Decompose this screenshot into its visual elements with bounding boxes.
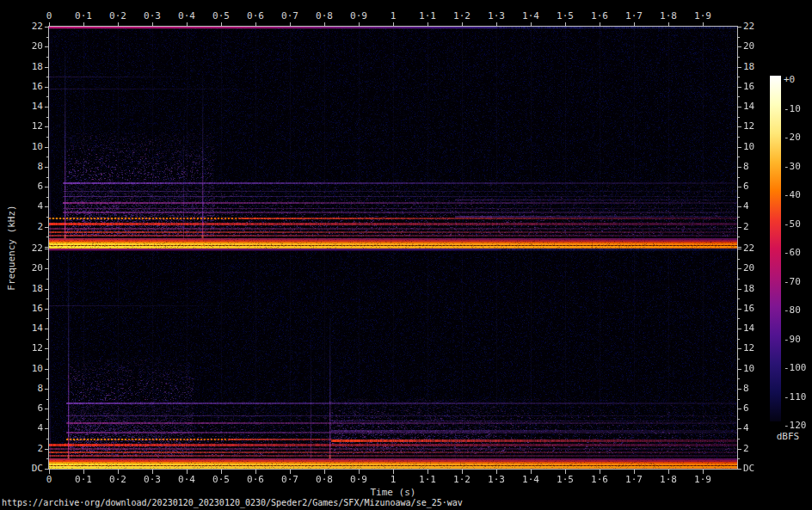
x-axis-tick-label-top: 0·7 — [273, 10, 307, 22]
y-axis-minor-tick-left — [46, 96, 49, 97]
x-axis-tick-label-top: 1·3 — [479, 10, 514, 22]
y-axis-tick-label-left: 10 — [16, 141, 43, 152]
x-axis-tick-top — [221, 22, 222, 27]
x-axis-tick-top — [290, 22, 291, 27]
y-axis-tick-left — [45, 87, 49, 88]
y-axis-tick-label-right: 18 — [743, 61, 772, 72]
y-axis-tick-label-right: 8 — [743, 383, 772, 394]
y-axis-tick-left — [45, 389, 49, 390]
y-axis-minor-tick-left — [46, 399, 49, 400]
y-axis-minor-tick-left — [46, 259, 49, 260]
y-axis-minor-tick-right — [737, 237, 740, 237]
spectrogram-channel-1 — [49, 27, 737, 249]
y-axis-tick-right — [737, 268, 741, 269]
x-axis-tick-label-bottom: 1·6 — [582, 474, 617, 485]
x-axis-tick-label-top: 0·6 — [238, 10, 273, 22]
y-axis-tick-label-left: 16 — [16, 81, 43, 92]
y-axis-tick-label-right: 22 — [743, 21, 772, 32]
y-axis-tick-left — [45, 206, 49, 207]
y-axis-tick-label-right: 18 — [743, 283, 772, 294]
y-axis-minor-tick-right — [737, 419, 740, 420]
y-axis-tick-right — [737, 126, 741, 127]
x-axis-tick-label-top: 0·1 — [66, 10, 101, 22]
colorbar-tick-label: +0 — [784, 74, 812, 85]
y-axis-tick-label-left: 16 — [16, 303, 43, 314]
y-axis-tick-right — [737, 46, 741, 47]
x-axis-tick-label-bottom: 1·2 — [445, 474, 479, 485]
y-axis-tick-left — [45, 187, 49, 187]
y-axis-minor-tick-left — [46, 279, 49, 280]
x-axis-tick-label-bottom: 0 — [32, 474, 66, 485]
y-axis-tick-label-left: DC — [16, 463, 43, 474]
y-axis-tick-left — [45, 126, 49, 127]
y-axis-tick-label-right: 10 — [743, 363, 772, 374]
y-axis-minor-tick-right — [737, 318, 740, 319]
x-axis-tick-label-bottom: 0·3 — [135, 474, 169, 485]
colorbar-tick-label: -100 — [784, 362, 812, 373]
y-axis-minor-tick-right — [737, 378, 740, 379]
x-axis-tick-label-bottom: 1 — [376, 474, 410, 485]
y-axis-tick-right — [737, 247, 741, 248]
y-axis-minor-tick-right — [737, 157, 740, 157]
colorbar-tick-label: -30 — [784, 161, 812, 172]
y-axis-minor-tick-left — [46, 177, 49, 178]
y-axis-tick-label-right: 16 — [743, 81, 772, 92]
y-axis-tick-right — [737, 428, 741, 429]
x-axis-tick-top — [49, 22, 50, 27]
y-axis-tick-right — [737, 67, 741, 68]
colorbar-tick-label: -50 — [784, 218, 812, 230]
y-axis-minor-tick-left — [46, 419, 49, 420]
y-axis-tick-label-right: DC — [743, 463, 772, 474]
y-axis-tick-left — [45, 227, 49, 228]
y-axis-tick-right — [737, 87, 741, 88]
y-axis-tick-label-right: 4 — [743, 422, 772, 433]
y-axis-tick-right — [737, 249, 741, 249]
y-axis-tick-left — [45, 107, 49, 108]
y-axis-minor-tick-right — [737, 96, 740, 97]
y-axis-tick-label-left: 10 — [16, 363, 43, 374]
y-axis-minor-tick-left — [46, 359, 49, 359]
y-axis-tick-right — [737, 469, 741, 470]
y-axis-tick-label-right: 14 — [743, 101, 772, 112]
y-axis-tick-label-left: 22 — [16, 21, 43, 32]
x-axis-tick-label-bottom: 1·3 — [479, 474, 514, 485]
y-axis-tick-right — [737, 329, 741, 329]
y-axis-tick-label-left: 6 — [16, 402, 43, 414]
y-axis-tick-label-right: 20 — [743, 262, 772, 273]
x-axis-tick-label-top: 1 — [376, 10, 410, 22]
y-axis-tick-label-left: 14 — [16, 323, 43, 334]
x-axis-tick-label-top: 1·5 — [548, 10, 582, 22]
x-axis-tick-label-top: 1·7 — [617, 10, 651, 22]
y-axis-tick-label-left: 2 — [16, 221, 43, 232]
y-axis-minor-tick-right — [737, 117, 740, 118]
y-axis-minor-tick-right — [737, 359, 740, 359]
y-axis-tick-left — [45, 167, 49, 168]
x-axis-tick-label-top: 1·8 — [651, 10, 686, 22]
y-axis-minor-tick-right — [737, 439, 740, 439]
y-axis-tick-left — [45, 449, 49, 450]
y-axis-minor-tick-right — [737, 57, 740, 58]
y-axis-tick-label-right: 6 — [743, 402, 772, 414]
y-axis-tick-label-left: 12 — [16, 342, 43, 353]
y-axis-tick-right — [737, 227, 741, 228]
y-axis-minor-tick-right — [737, 177, 740, 178]
x-axis-tick-label-bottom: 0·9 — [341, 474, 376, 485]
y-axis-tick-label-right: 2 — [743, 443, 772, 454]
y-axis-tick-label-right: 6 — [743, 181, 772, 192]
y-axis-minor-tick-left — [46, 298, 49, 299]
y-axis-minor-tick-right — [737, 137, 740, 138]
y-axis-tick-label-left: 18 — [16, 61, 43, 72]
y-axis-tick-label-left: 8 — [16, 161, 43, 172]
y-axis-minor-tick-left — [46, 37, 49, 38]
x-axis-tick-top — [428, 22, 428, 27]
y-axis-tick-label-left: 14 — [16, 101, 43, 112]
y-axis-tick-label-right: 8 — [743, 161, 772, 172]
x-axis-tick-top — [565, 22, 566, 27]
y-axis-tick-label-left: 20 — [16, 40, 43, 52]
x-axis-tick-top — [462, 22, 463, 27]
y-axis-minor-tick-right — [737, 279, 740, 280]
y-axis-minor-tick-left — [46, 237, 49, 237]
y-axis-minor-tick-left — [46, 217, 49, 218]
y-axis-tick-label-right: 10 — [743, 141, 772, 152]
y-axis-minor-tick-left — [46, 57, 49, 58]
